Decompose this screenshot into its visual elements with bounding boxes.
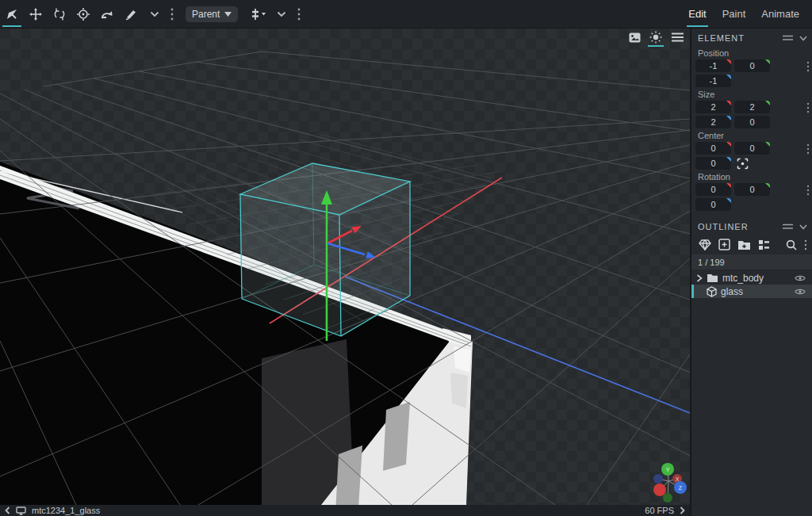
resize-icon: [52, 7, 67, 21]
select-cursor-icon: [5, 7, 19, 21]
collapse-panel-icon[interactable]: [799, 36, 807, 41]
main-toolbar: Parent Edit Paint Animate: [0, 0, 812, 29]
rotation-z-input[interactable]: [695, 198, 731, 211]
drag-handle-icon[interactable]: [783, 224, 793, 230]
outliner-item-label: mtc_body: [722, 273, 764, 284]
select-tool-button[interactable]: [0, 3, 24, 25]
folder-icon: [707, 273, 718, 283]
position-y-input[interactable]: [734, 59, 770, 72]
center-menu-button[interactable]: [806, 143, 810, 155]
gizmo-z-label: Z: [679, 485, 683, 491]
snap-menu-button[interactable]: [293, 3, 304, 25]
hamburger-icon: [672, 32, 684, 42]
collapse-panel-icon[interactable]: [799, 224, 807, 230]
position-label: Position: [698, 48, 812, 58]
viewport-3d[interactable]: Y X Z: [0, 29, 690, 505]
rotation-menu-button[interactable]: [806, 185, 810, 196]
tab-animate[interactable]: Animate: [753, 1, 807, 28]
visibility-toggle-eye-icon[interactable]: [795, 288, 806, 296]
outliner-panel-title: OUTLINER: [698, 222, 749, 231]
center-z-input[interactable]: [695, 157, 731, 170]
chevron-down-icon: [150, 11, 159, 17]
center-group: Center: [691, 131, 812, 170]
chevron-left-icon[interactable]: [5, 506, 10, 514]
move-tool-button[interactable]: [24, 3, 48, 25]
element-panel-header[interactable]: ELEMENT: [691, 29, 812, 46]
mode-tab-bar: Edit Paint Animate: [680, 0, 812, 29]
size-y-input[interactable]: [734, 101, 770, 113]
more-snap-options-button[interactable]: [270, 3, 293, 25]
pivot-icon: [76, 7, 90, 21]
add-group-button[interactable]: [737, 239, 751, 250]
outliner-toolbar: [691, 235, 812, 254]
tab-paint[interactable]: Paint: [714, 1, 754, 28]
center-y-input[interactable]: [734, 142, 770, 155]
toggle-hierarchy-button[interactable]: [758, 239, 770, 250]
search-icon: [786, 239, 797, 250]
add-cube-button[interactable]: [718, 239, 730, 250]
hierarchy-icon: [758, 239, 770, 250]
shading-toggle-button[interactable]: [648, 30, 664, 44]
background-image-button[interactable]: [626, 30, 642, 44]
pivot-tool-button[interactable]: [71, 3, 95, 25]
pencil-icon: [124, 7, 138, 21]
outliner-row-glass[interactable]: glass: [691, 285, 812, 298]
add-mesh-button[interactable]: [699, 239, 711, 250]
model-window: [383, 402, 410, 471]
add-folder-icon: [737, 239, 751, 250]
rotation-group: Rotation: [691, 172, 812, 211]
tab-edit[interactable]: Edit: [680, 1, 714, 28]
drag-handle-icon[interactable]: [783, 35, 793, 41]
toolbar-menu-button[interactable]: [167, 3, 178, 25]
rotation-label: Rotation: [698, 172, 812, 182]
rotation-y-input[interactable]: [734, 183, 770, 196]
chevron-right-icon[interactable]: [680, 506, 685, 514]
more-tools-button[interactable]: [143, 3, 167, 25]
add-cube-icon: [718, 239, 730, 250]
element-panel-title: ELEMENT: [698, 33, 745, 43]
right-sidebar: ELEMENT Position Size: [691, 29, 812, 516]
kebab-icon: [804, 239, 807, 250]
outliner-filter-count: 1 / 199: [691, 254, 812, 269]
center-label: Center: [698, 131, 812, 140]
focus-pivot-button[interactable]: [734, 157, 750, 170]
size-group: Size: [691, 90, 812, 128]
viewport-toolbar: [626, 30, 685, 44]
chevron-down-icon: [277, 11, 286, 17]
status-bar: mtc1234_1_glass 60 FPS: [0, 505, 690, 516]
expand-chevron-icon[interactable]: [696, 274, 703, 282]
position-z-input[interactable]: [695, 75, 731, 87]
center-x-input[interactable]: [695, 142, 731, 155]
cube-icon: [707, 286, 717, 297]
outliner-search-button[interactable]: [786, 239, 797, 250]
viewport-menu-button[interactable]: [669, 30, 685, 44]
texture-icon: [16, 506, 26, 515]
size-x-input[interactable]: [695, 101, 731, 113]
blockbench-app: { "accent_color": "#45b8bf", "axis_color…: [0, 0, 812, 516]
size-z-input[interactable]: [695, 116, 731, 128]
outliner-item-label: glass: [721, 286, 743, 297]
target-icon: [737, 158, 749, 170]
resize-tool-button[interactable]: [48, 3, 71, 25]
visibility-toggle-eye-icon[interactable]: [795, 274, 806, 282]
transform-space-dropdown[interactable]: Parent: [186, 6, 238, 22]
scene-canvas: Y X Z: [0, 29, 690, 505]
size-menu-button[interactable]: [806, 102, 810, 113]
rotation-x-input[interactable]: [695, 183, 731, 196]
position-menu-button[interactable]: [806, 61, 810, 72]
fps-counter: 60 FPS: [645, 506, 674, 515]
outliner-panel-header[interactable]: OUTLINER: [691, 217, 812, 235]
transform-snap-icon: [249, 7, 266, 21]
size-label: Size: [698, 90, 812, 99]
outliner-menu-button[interactable]: [804, 239, 807, 250]
position-x-input[interactable]: [695, 59, 731, 72]
move-icon: [29, 7, 43, 21]
transform-snap-button[interactable]: [246, 3, 270, 25]
sun-icon: [649, 31, 662, 44]
orientation-gizmo[interactable]: Y X Z: [653, 463, 687, 503]
rotate-tool-button[interactable]: [95, 3, 119, 25]
outliner-row-mtc-body[interactable]: mtc_body: [691, 271, 812, 285]
size-inflate-input[interactable]: [734, 116, 770, 128]
knife-tool-button[interactable]: [119, 3, 143, 25]
transform-space-label: Parent: [192, 9, 220, 20]
